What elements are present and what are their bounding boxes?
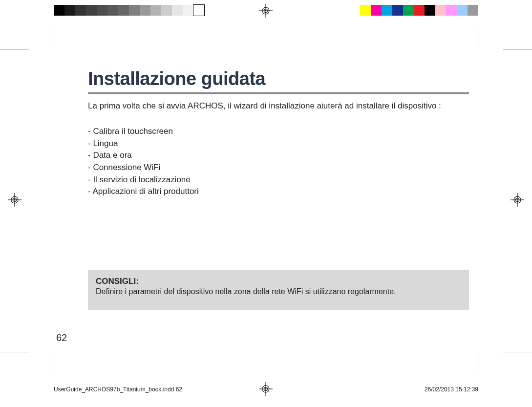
crop-mark bbox=[0, 352, 29, 352]
footer-timestamp: 26/02/2013 15:12:39 bbox=[425, 386, 478, 393]
list-item: Il servizio di localizzazione bbox=[88, 174, 469, 186]
print-footer: UserGuide_ARCHOS97b_Titanium_book.indd 6… bbox=[54, 386, 478, 393]
tips-label: CONSIGLI: bbox=[96, 277, 461, 286]
tips-text: Definire i parametri del dispositivo nel… bbox=[96, 287, 461, 296]
registration-mark-icon bbox=[259, 4, 273, 18]
crop-mark bbox=[478, 352, 478, 374]
crop-mark bbox=[54, 352, 54, 374]
footer-filename: UserGuide_ARCHOS97b_Titanium_book.indd 6… bbox=[54, 386, 182, 393]
title-underline bbox=[88, 92, 469, 94]
crop-mark bbox=[0, 49, 29, 49]
registration-mark-icon bbox=[8, 193, 21, 207]
crop-mark bbox=[478, 27, 478, 49]
list-item: Data e ora bbox=[88, 150, 469, 162]
list-item: Applicazioni di altri produttori bbox=[88, 186, 469, 198]
list-item: Connessione WiFi bbox=[88, 162, 469, 174]
printer-colorbar-left bbox=[54, 5, 204, 16]
list-item: Lingua bbox=[88, 138, 469, 150]
registration-mark-icon bbox=[511, 193, 524, 207]
printer-colorbar-right bbox=[360, 5, 478, 16]
crop-mark bbox=[503, 49, 532, 49]
list-item: Calibra il touchscreen bbox=[88, 126, 469, 138]
tips-box: CONSIGLI: Definire i parametri del dispo… bbox=[88, 270, 469, 310]
crop-mark bbox=[54, 27, 54, 49]
intro-text: La prima volta che si avvia ARCHOS, il w… bbox=[88, 101, 469, 111]
page-title: Installazione guidata bbox=[88, 68, 469, 89]
crop-mark bbox=[503, 352, 532, 352]
setup-steps-list: Calibra il touchscreen Lingua Data e ora… bbox=[88, 126, 469, 198]
page-content: Installazione guidata La prima volta che… bbox=[88, 68, 469, 198]
page-number: 62 bbox=[56, 332, 67, 343]
